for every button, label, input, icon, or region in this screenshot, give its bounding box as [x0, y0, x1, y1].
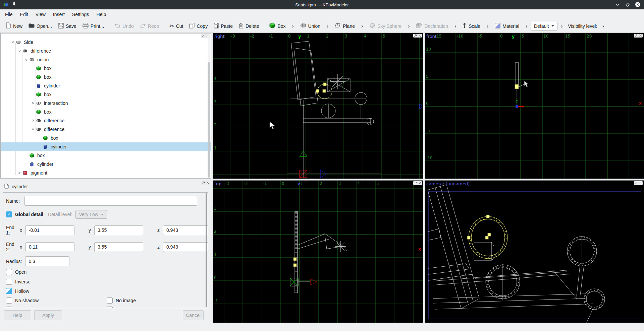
- insert-box-button[interactable]: Box: [266, 21, 288, 31]
- tree-scrollbar[interactable]: [208, 34, 210, 178]
- redo-button[interactable]: Redo: [137, 21, 162, 30]
- hollow-checkbox[interactable]: [6, 288, 12, 294]
- tree-item-box[interactable]: box: [1, 64, 211, 73]
- end1-x-input[interactable]: [25, 225, 74, 235]
- undo-button[interactable]: Undo: [111, 21, 137, 30]
- no-shadow-checkbox[interactable]: [6, 297, 12, 304]
- global-detail-checkbox[interactable]: [6, 211, 12, 217]
- new-button[interactable]: New: [3, 21, 25, 31]
- insert-sky-sphere-button[interactable]: Sky Sphere: [366, 21, 405, 30]
- toolbar-overflow-chevron[interactable]: ›: [405, 23, 413, 29]
- expander-icon[interactable]: >: [30, 118, 36, 123]
- origin-gizmo-green-box[interactable]: [290, 278, 298, 286]
- detail-level-combobox[interactable]: Very Low: [75, 210, 107, 219]
- expander-icon[interactable]: >: [17, 171, 22, 175]
- expander-icon[interactable]: >: [17, 48, 22, 54]
- undock-icon[interactable]: [414, 34, 417, 37]
- close-icon[interactable]: [418, 34, 421, 37]
- tree-item-intersection[interactable]: >intersection: [1, 99, 211, 108]
- menu-file[interactable]: File: [1, 9, 16, 19]
- tree-item-cylinder[interactable]: cylinder: [1, 142, 211, 151]
- expander-icon[interactable]: >: [24, 57, 29, 62]
- end2-x-input[interactable]: [25, 242, 74, 252]
- material-preset-combobox[interactable]: Default: [531, 22, 557, 30]
- viewport-right[interactable]: right -3-2-10123454321y: [213, 33, 423, 179]
- viewport-camera[interactable]: camera: (unnamed): [425, 180, 644, 323]
- toolbar-overflow-chevron[interactable]: ›: [451, 23, 460, 29]
- insert-union-button[interactable]: Union: [297, 21, 324, 30]
- print-button[interactable]: Print...: [79, 21, 107, 31]
- toolbar-overflow-chevron[interactable]: ›: [289, 23, 297, 29]
- name-input[interactable]: [24, 196, 197, 206]
- close-icon[interactable]: [418, 182, 421, 185]
- toolbar-overflow-chevron[interactable]: ›: [599, 23, 607, 29]
- close-button[interactable]: [635, 2, 641, 8]
- no-image-checkbox[interactable]: [107, 297, 113, 304]
- maximize-button[interactable]: [625, 2, 630, 8]
- open-checkbox[interactable]: [6, 269, 12, 275]
- tree-item-difference[interactable]: >difference: [1, 116, 211, 125]
- menu-insert[interactable]: Insert: [49, 9, 68, 19]
- inverse-checkbox[interactable]: [6, 279, 12, 285]
- selected-cylinder-highlight[interactable]: [467, 215, 507, 259]
- expander-icon[interactable]: >: [31, 127, 35, 132]
- toolbar-overflow-chevron[interactable]: ›: [522, 23, 531, 29]
- tree-item-box[interactable]: box: [1, 151, 211, 160]
- insert-declaration-button[interactable]: Declaration: [413, 21, 451, 30]
- end2-z-input[interactable]: [163, 242, 208, 252]
- end1-y-input[interactable]: [94, 225, 143, 235]
- tree-item-box[interactable]: box: [1, 108, 211, 116]
- selected-cylinder-highlight[interactable]: [316, 83, 332, 99]
- toolbar-overflow-chevron[interactable]: ›: [483, 23, 492, 29]
- tree-item-box[interactable]: box: [1, 134, 211, 142]
- tree-item-Side[interactable]: >Side: [1, 38, 211, 47]
- camera-direction-red-arrow[interactable]: [310, 279, 317, 285]
- viewport-front[interactable]: front x -15-10-5051015201050-5-10y: [425, 33, 644, 179]
- tree-item-cylinder[interactable]: cylinder: [1, 81, 211, 90]
- clipped-checkbox[interactable]: [107, 307, 113, 308]
- close-icon[interactable]: [206, 181, 209, 184]
- close-icon[interactable]: [206, 35, 209, 38]
- tree-item-cylinder[interactable]: cylinder: [1, 160, 211, 169]
- expander-icon[interactable]: >: [10, 40, 15, 45]
- properties-scrollbar[interactable]: [206, 193, 207, 307]
- viewport-right-canvas[interactable]: [213, 33, 423, 179]
- viewport-top-canvas[interactable]: [213, 181, 423, 323]
- clipped-checkbox[interactable]: [6, 307, 12, 308]
- delete-button[interactable]: Delete: [236, 21, 262, 31]
- tree-item-union[interactable]: >union: [1, 55, 211, 64]
- minimize-button[interactable]: [615, 2, 620, 8]
- material-button[interactable]: Material: [492, 21, 522, 31]
- toolbar-overflow-chevron[interactable]: ›: [557, 23, 566, 29]
- help-button[interactable]: Help: [4, 310, 31, 320]
- tree-item-difference[interactable]: >difference: [1, 125, 211, 134]
- undock-icon[interactable]: [635, 34, 638, 37]
- menu-edit[interactable]: Edit: [16, 9, 32, 19]
- menu-settings[interactable]: Settings: [68, 9, 93, 19]
- undock-icon[interactable]: [202, 35, 205, 38]
- scale-button[interactable]: Scale: [460, 21, 483, 31]
- viewport-front-canvas[interactable]: [425, 33, 644, 179]
- close-icon[interactable]: [639, 182, 642, 185]
- undock-icon[interactable]: [414, 182, 417, 185]
- close-icon[interactable]: [639, 34, 642, 37]
- cancel-button[interactable]: Cancel: [183, 310, 204, 320]
- tree-item-pigment[interactable]: >pigment: [1, 169, 211, 177]
- save-button[interactable]: Save: [55, 21, 79, 31]
- insert-plane-button[interactable]: Plane: [332, 21, 358, 30]
- cut-button[interactable]: ✂ Cut: [166, 21, 186, 30]
- apply-button[interactable]: Apply: [34, 310, 62, 320]
- selected-cylinder-handle[interactable]: [293, 258, 297, 261]
- tree-item-box[interactable]: box: [1, 73, 211, 81]
- tree-item-difference[interactable]: >difference: [1, 47, 211, 55]
- menu-view[interactable]: View: [32, 9, 49, 19]
- radius-input[interactable]: [25, 256, 69, 266]
- paste-button[interactable]: Paste: [211, 21, 236, 31]
- open-button[interactable]: Open...: [25, 21, 55, 30]
- viewport-top[interactable]: top x -3-2-10123453210-1z: [213, 180, 423, 323]
- end1-z-input[interactable]: [163, 225, 208, 235]
- expander-icon[interactable]: >: [30, 101, 36, 106]
- selected-cylinder-handle[interactable]: [515, 84, 519, 89]
- menu-help[interactable]: Help: [93, 9, 110, 19]
- toolbar-overflow-chevron[interactable]: ›: [323, 23, 332, 29]
